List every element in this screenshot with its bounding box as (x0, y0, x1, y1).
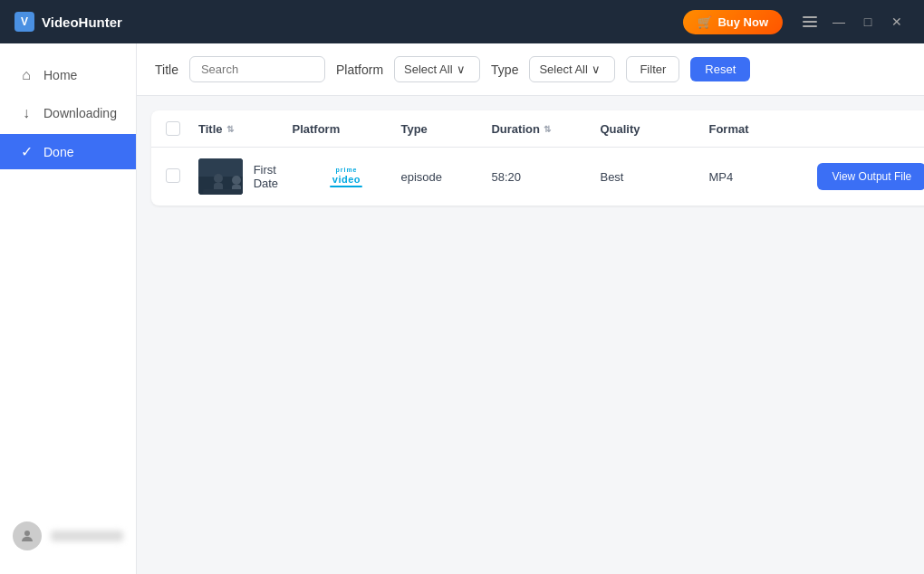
title-label: Title (155, 62, 178, 77)
platform-chevron-icon: ∨ (457, 62, 466, 76)
maximize-button[interactable]: □ (855, 9, 881, 34)
sidebar-item-done-label: Done (43, 145, 73, 159)
app-logo-icon: V (14, 12, 34, 32)
sidebar-item-home-label: Home (43, 68, 77, 82)
row-title-cell: First Date (198, 158, 292, 195)
table-header: Title ⇅ Platform Type Duration ⇅ Quality… (151, 110, 924, 148)
svg-point-0 (24, 531, 30, 536)
duration-sort-icon: ⇅ (544, 124, 551, 134)
header-duration: Duration ⇅ (491, 122, 600, 136)
row-action-cell: View Output File (817, 163, 924, 190)
title-sort-icon: ⇅ (226, 124, 234, 134)
close-button[interactable]: ✕ (884, 9, 910, 34)
content-area: Title Platform Select All ∨ Type Select … (137, 43, 924, 574)
type-chevron-icon: ∨ (592, 62, 601, 76)
app-title: VideoHunter (42, 14, 122, 30)
sidebar-item-downloading-label: Downloading (43, 106, 117, 120)
main-layout: ⌂ Home ↓ Downloading ✓ Done (0, 43, 924, 574)
header-title: Title ⇅ (198, 122, 292, 136)
platform-select[interactable]: Select All ∨ (394, 56, 480, 82)
done-icon: ✓ (18, 143, 34, 160)
header-checkbox (166, 121, 198, 136)
row-title: First Date (254, 163, 293, 190)
reset-button[interactable]: Reset (690, 57, 750, 81)
hamburger-icon (803, 16, 817, 27)
search-input[interactable] (189, 56, 325, 82)
home-icon: ⌂ (18, 67, 34, 83)
svg-point-5 (232, 176, 241, 185)
row-format: MP4 (708, 170, 817, 184)
sidebar-item-done[interactable]: ✓ Done (0, 134, 136, 169)
window-controls: — □ ✕ (797, 9, 910, 34)
video-thumbnail (198, 158, 243, 195)
downloads-table: Title ⇅ Platform Type Duration ⇅ Quality… (151, 110, 924, 206)
type-select[interactable]: Select All ∨ (529, 56, 615, 82)
row-platform-cell: prime video (292, 167, 400, 187)
minimize-button[interactable]: — (826, 9, 852, 34)
sidebar: ⌂ Home ↓ Downloading ✓ Done (0, 43, 137, 574)
header-type: Type (400, 122, 491, 136)
type-label: Type (491, 62, 518, 77)
type-select-value: Select All (539, 62, 587, 76)
buy-now-button[interactable]: 🛒 Buy Now (683, 10, 783, 34)
select-all-checkbox[interactable] (166, 121, 180, 136)
download-icon: ↓ (18, 105, 34, 121)
table-row: First Date prime video episode 58:20 Bes… (151, 148, 924, 206)
row-type: episode (400, 170, 491, 184)
titlebar: V VideoHunter 🛒 Buy Now — □ ✕ (0, 0, 924, 43)
row-quality: Best (600, 170, 708, 184)
username-label (51, 531, 123, 541)
view-output-button[interactable]: View Output File (817, 163, 924, 190)
filter-button[interactable]: Filter (626, 56, 679, 82)
svg-rect-7 (203, 189, 243, 195)
sidebar-nav: ⌂ Home ↓ Downloading ✓ Done (0, 58, 136, 169)
table-container: Title ⇅ Platform Type Duration ⇅ Quality… (137, 96, 924, 574)
titlebar-left: V VideoHunter (14, 12, 122, 32)
platform-label: Platform (336, 62, 383, 77)
header-platform: Platform (292, 122, 400, 136)
sidebar-item-downloading[interactable]: ↓ Downloading (0, 96, 136, 130)
prime-video-logo: prime video (292, 167, 400, 187)
row-checkbox[interactable] (166, 168, 180, 183)
svg-point-3 (214, 174, 223, 183)
titlebar-right: 🛒 Buy Now — □ ✕ (683, 9, 910, 34)
row-checkbox-cell (166, 168, 198, 186)
cart-icon: 🛒 (698, 15, 712, 29)
header-format: Format (708, 122, 817, 136)
toolbar: Title Platform Select All ∨ Type Select … (137, 43, 924, 96)
platform-select-value: Select All (404, 62, 452, 76)
row-duration: 58:20 (491, 170, 600, 184)
menu-button[interactable] (797, 9, 823, 34)
avatar (13, 521, 42, 550)
header-quality: Quality (600, 122, 708, 136)
sidebar-item-home[interactable]: ⌂ Home (0, 58, 136, 92)
sidebar-footer (0, 512, 136, 560)
